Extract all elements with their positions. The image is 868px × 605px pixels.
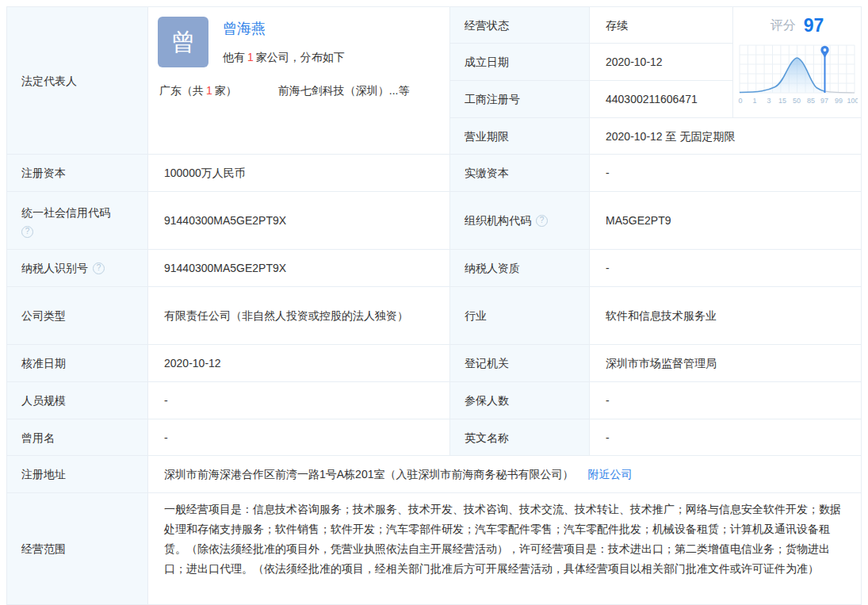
field-industry-label: 行业 bbox=[450, 287, 589, 344]
region-prefix: 广东（共 bbox=[159, 84, 204, 97]
field-industry-value: 软件和信息技术服务业 bbox=[590, 287, 861, 344]
svg-text:100: 100 bbox=[847, 97, 858, 105]
field-registry-label: 登记机关 bbox=[450, 345, 589, 381]
field-former-name-value: - bbox=[148, 419, 449, 455]
question-icon[interactable]: ? bbox=[536, 215, 548, 227]
field-label-text: 行业 bbox=[465, 307, 487, 324]
field-status-label: 经营状态 bbox=[450, 7, 589, 43]
field-taxpayer-quality-label: 纳税人资质 bbox=[450, 250, 589, 286]
desc-suffix: 家公司，分布如下 bbox=[256, 51, 345, 63]
field-label-text: 经营范围 bbox=[21, 540, 66, 557]
scope-text: 一般经营项目是：信息技术咨询服务；技术服务、技术开发、技术咨询、技术交流、技术转… bbox=[164, 503, 841, 575]
field-approval-date-value: 2020-10-12 bbox=[148, 345, 449, 381]
field-insured-count-value: - bbox=[590, 382, 861, 419]
score-panel: 评分 97 bbox=[733, 7, 861, 117]
field-value-text: MA5GE2PT9 bbox=[606, 210, 671, 231]
field-value-text: 存续 bbox=[606, 15, 628, 36]
desc-prefix: 他有 bbox=[223, 51, 245, 63]
field-label-text: 公司类型 bbox=[21, 307, 66, 324]
field-value-text: 2020-10-12 bbox=[606, 52, 663, 72]
field-value-text: - bbox=[164, 427, 168, 448]
field-label-text: 曾用名 bbox=[21, 429, 55, 446]
field-established-label: 成立日期 bbox=[450, 44, 589, 80]
address-text: 深圳市前海深港合作区前湾一路1号A栋201室（入驻深圳市前海商务秘书有限公司） bbox=[164, 464, 573, 484]
field-value-text: 软件和信息技术服务业 bbox=[606, 305, 717, 326]
field-scope-value: 一般经营项目是：信息技术咨询服务；技术服务、技术开发、技术咨询、技术交流、技术转… bbox=[148, 493, 861, 604]
field-value-text: 2020-10-12 bbox=[164, 353, 221, 373]
legal-rep-avatar[interactable]: 曾 bbox=[158, 17, 208, 67]
field-label-text: 注册地址 bbox=[21, 465, 66, 483]
field-label-text: 经营状态 bbox=[465, 17, 509, 34]
question-icon[interactable]: ? bbox=[21, 226, 33, 238]
field-value-text: 2020-10-12 至 无固定期限 bbox=[606, 126, 735, 147]
score-distribution-chart: 0 1 3 15 50 85 97 99 100 bbox=[737, 40, 858, 109]
field-insured-count-label: 参保人数 bbox=[450, 382, 589, 419]
company-ref-link[interactable]: 前海七剑科技（深圳）...等 bbox=[278, 84, 410, 97]
chart-axis-ticks: 0 1 3 15 50 85 97 99 100 bbox=[738, 97, 858, 105]
legal-rep-name-link[interactable]: 曾海燕 bbox=[223, 18, 266, 39]
field-value-text: - bbox=[606, 258, 610, 278]
field-paid-capital-label: 实缴资本 bbox=[450, 155, 589, 191]
field-address-label: 注册地址 bbox=[7, 456, 147, 492]
field-label-text: 人员规模 bbox=[21, 392, 66, 409]
field-staff-size-label: 人员规模 bbox=[7, 382, 147, 419]
question-icon[interactable]: ? bbox=[93, 262, 105, 274]
svg-text:97: 97 bbox=[820, 97, 828, 105]
svg-text:15: 15 bbox=[778, 97, 786, 105]
field-value-text: 有限责任公司（非自然人投资或控股的法人独资） bbox=[164, 305, 408, 326]
field-label-text: 组织机构代码 bbox=[465, 212, 531, 229]
field-label-text: 工商注册号 bbox=[465, 90, 520, 108]
field-legal-rep-value: 曾 曾海燕 他有1家公司，分布如下 广东（共1家）前海七剑科技（深圳）...等 bbox=[148, 7, 449, 154]
field-value-text: 深圳市市场监督管理局 bbox=[606, 353, 717, 373]
field-taxpayer-quality-value: - bbox=[590, 250, 861, 286]
field-label-text: 注册资本 bbox=[21, 164, 66, 182]
region-stat: 广东（共1家） bbox=[159, 84, 237, 97]
field-label-text: 参保人数 bbox=[465, 392, 509, 409]
field-paid-capital-value: - bbox=[590, 155, 861, 191]
field-registry-value: 深圳市市场监督管理局 bbox=[590, 345, 861, 381]
field-value-text: - bbox=[606, 390, 610, 411]
field-label-text: 营业期限 bbox=[465, 128, 509, 145]
field-value-text: 91440300MA5GE2PT9X bbox=[164, 210, 286, 231]
field-label-text: 统一社会信用代码 bbox=[21, 204, 110, 221]
field-value-text: 91440300MA5GE2PT9X bbox=[164, 258, 286, 278]
svg-text:50: 50 bbox=[792, 97, 800, 105]
field-former-name-label: 曾用名 bbox=[7, 419, 147, 455]
legal-rep-desc: 他有1家公司，分布如下 bbox=[223, 47, 345, 67]
field-credit-code-value: 91440300MA5GE2PT9X bbox=[148, 192, 449, 249]
desc-count: 1 bbox=[247, 51, 254, 63]
chart-area-fill bbox=[740, 58, 825, 93]
field-staff-size-value: - bbox=[148, 382, 449, 419]
field-label-text: 法定代表人 bbox=[21, 72, 77, 90]
field-credit-code-label: 统一社会信用代码 ? bbox=[7, 192, 147, 249]
field-approval-date-label: 核准日期 bbox=[7, 345, 147, 381]
field-reg-no-label: 工商注册号 bbox=[450, 81, 589, 117]
company-info-table: 法定代表人 曾 曾海燕 他有1家公司，分布如下 广东（共1家）前海七剑科技（深圳… bbox=[6, 6, 862, 605]
field-label-text: 核准日期 bbox=[21, 354, 66, 372]
field-company-type-label: 公司类型 bbox=[7, 287, 147, 344]
field-org-code-label: 组织机构代码 ? bbox=[450, 192, 589, 249]
field-legal-rep-label: 法定代表人 bbox=[7, 7, 147, 154]
field-value-text: 440300211606471 bbox=[606, 89, 698, 109]
avatar-char: 曾 bbox=[171, 32, 195, 52]
field-status-value: 存续 bbox=[590, 7, 732, 43]
field-established-value: 2020-10-12 bbox=[590, 44, 732, 80]
field-address-value: 深圳市前海深港合作区前湾一路1号A栋201室（入驻深圳市前海商务秘书有限公司） … bbox=[148, 456, 861, 492]
score-label: 评分 bbox=[770, 17, 796, 34]
svg-text:1: 1 bbox=[752, 97, 756, 105]
field-value-text: - bbox=[606, 163, 610, 183]
field-value-text: - bbox=[606, 427, 610, 448]
svg-text:3: 3 bbox=[767, 97, 770, 105]
field-scope-label: 经营范围 bbox=[7, 493, 147, 604]
field-taxpayer-no-label: 纳税人识别号 ? bbox=[7, 250, 147, 286]
field-value-text: 100000万人民币 bbox=[164, 163, 246, 183]
field-label-text: 实缴资本 bbox=[465, 164, 509, 182]
nearby-companies-link[interactable]: 附近公司 bbox=[587, 464, 632, 484]
field-taxpayer-no-value: 91440300MA5GE2PT9X bbox=[148, 250, 449, 286]
svg-text:0: 0 bbox=[738, 97, 742, 105]
legal-rep-distribution: 广东（共1家）前海七剑科技（深圳）...等 bbox=[158, 80, 435, 101]
svg-text:99: 99 bbox=[834, 97, 842, 105]
score-value: 97 bbox=[804, 15, 824, 36]
field-label-text: 纳税人资质 bbox=[465, 259, 520, 277]
field-term-value: 2020-10-12 至 无固定期限 bbox=[590, 118, 861, 154]
